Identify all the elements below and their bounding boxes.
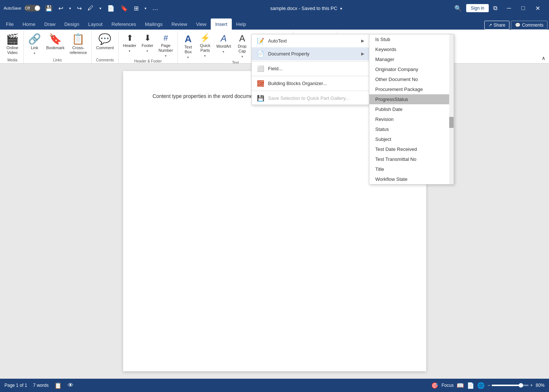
minimize-button[interactable]: ─ bbox=[502, 3, 516, 14]
tab-review[interactable]: Review bbox=[167, 18, 192, 30]
save-icon[interactable]: 💾 bbox=[44, 3, 54, 13]
redo-icon[interactable]: ↪ bbox=[75, 3, 83, 13]
footer-button[interactable]: ⬇ Footer ▾ bbox=[139, 33, 156, 54]
search-icon[interactable]: 🔍 bbox=[453, 3, 463, 13]
prop-procurement-package[interactable]: Procurement Package bbox=[369, 84, 454, 94]
comment-icon: 💬 bbox=[98, 34, 111, 44]
tab-help[interactable]: Help bbox=[232, 18, 251, 30]
redo-alt-icon[interactable]: 🖊 bbox=[86, 3, 95, 13]
options-icon[interactable]: ⊞ bbox=[132, 3, 140, 13]
page-number-button[interactable]: # PageNumber ▾ bbox=[156, 33, 175, 59]
zoom-minus[interactable]: − bbox=[488, 383, 490, 388]
zoom-track[interactable] bbox=[492, 385, 529, 386]
page-info: Page 1 of 1 bbox=[4, 383, 27, 388]
building-blocks-icon: 🧱 bbox=[257, 80, 264, 87]
prop-is-stub[interactable]: Is Stub bbox=[369, 34, 454, 44]
zoom-plus[interactable]: + bbox=[530, 383, 533, 388]
text-box-icon: A bbox=[185, 34, 192, 44]
focus-icon[interactable]: 🎯 bbox=[431, 382, 438, 389]
prop-status[interactable]: Status bbox=[369, 124, 454, 134]
prop-publish-date[interactable]: Publish Date bbox=[369, 104, 454, 114]
wordart-label: WordArt bbox=[216, 44, 231, 49]
prop-subject[interactable]: Subject bbox=[369, 134, 454, 144]
tab-file[interactable]: File bbox=[1, 18, 18, 30]
document-property-item[interactable]: 📄 Document Property ▶ bbox=[252, 47, 369, 60]
building-blocks-label: Building Blocks Organizer... bbox=[268, 81, 327, 86]
window-controls: ─ □ ✕ bbox=[502, 3, 545, 14]
quick-parts-button[interactable]: ⚡ QuickParts ▾ bbox=[197, 33, 213, 59]
footer-chevron: ▾ bbox=[146, 49, 148, 53]
prop-test-transmittal-no[interactable]: Test Transmittal No bbox=[369, 154, 454, 164]
document-property-label: Document Property bbox=[268, 51, 309, 57]
tab-insert[interactable]: Insert bbox=[211, 18, 232, 30]
tab-draw[interactable]: Draw bbox=[40, 18, 60, 30]
doc-body-text: Content type properties in the word docu… bbox=[153, 93, 257, 99]
comments-label: Comments bbox=[522, 23, 543, 28]
online-video-button[interactable]: 🎬 OnlineVideo bbox=[4, 33, 21, 57]
autotext-arrow: ▶ bbox=[361, 38, 364, 43]
prop-workflow-state[interactable]: Workflow State bbox=[369, 174, 454, 184]
restore-icon[interactable]: ⧉ bbox=[492, 3, 499, 13]
undo-dropdown-icon[interactable]: ▾ bbox=[68, 5, 72, 12]
comment-button[interactable]: 💬 Comment bbox=[94, 33, 116, 52]
zoom-fill bbox=[492, 385, 519, 386]
building-blocks-item[interactable]: 🧱 Building Blocks Organizer... bbox=[252, 77, 369, 90]
text-box-button[interactable]: A TextBox ▾ bbox=[180, 33, 196, 61]
status-bar: Page 1 of 1 7 words 📋 👁 🎯 Focus 📖 📄 🌐 − … bbox=[0, 379, 549, 392]
prop-revision[interactable]: Revision bbox=[369, 114, 454, 124]
tab-mailings[interactable]: Mailings bbox=[140, 18, 167, 30]
status-bar-right: 🎯 Focus 📖 📄 🌐 − + 80% bbox=[431, 382, 545, 389]
title-chevron[interactable]: ▾ bbox=[340, 6, 342, 11]
wordart-button[interactable]: A WordArt ▾ bbox=[214, 33, 233, 55]
maximize-button[interactable]: □ bbox=[516, 3, 530, 14]
autotext-item[interactable]: 📝 AutoText ▶ bbox=[252, 34, 369, 47]
bookmark-bar-icon[interactable]: 🔖 bbox=[119, 3, 129, 13]
prop-originator-company[interactable]: Originator Company bbox=[369, 64, 454, 74]
read-mode-icon[interactable]: 📖 bbox=[457, 382, 464, 389]
tab-design[interactable]: Design bbox=[60, 18, 84, 30]
cross-reference-button[interactable]: 📋 Cross-reference bbox=[68, 33, 89, 57]
prop-other-document-no[interactable]: Other Document No bbox=[369, 74, 454, 84]
tab-references[interactable]: References bbox=[107, 18, 140, 30]
prop-progress-status[interactable]: ProgressStatus bbox=[369, 94, 454, 104]
close-button[interactable]: ✕ bbox=[530, 3, 545, 14]
menu-separator-1 bbox=[252, 61, 369, 61]
link-button[interactable]: 🔗 Link ▾ bbox=[26, 33, 43, 57]
tab-view[interactable]: View bbox=[192, 18, 211, 30]
zoom-thumb[interactable] bbox=[519, 383, 523, 388]
autotext-label: AutoText bbox=[268, 38, 287, 44]
footer-label: Footer bbox=[142, 43, 153, 48]
accessibility-icon[interactable]: 👁 bbox=[68, 382, 74, 389]
autosave-label: AutoSave bbox=[4, 6, 21, 10]
tab-layout[interactable]: Layout bbox=[84, 18, 107, 30]
share-button[interactable]: ↗ Share bbox=[484, 21, 509, 30]
comments-button[interactable]: 💬 Comments bbox=[511, 21, 548, 30]
options-dropdown-icon[interactable]: ▾ bbox=[143, 5, 148, 12]
ribbon-tab-right: ↗ Share 💬 Comments bbox=[484, 21, 548, 30]
title-bar-center: sample.docx - Saved to this PC ▾ bbox=[160, 6, 453, 11]
more-icon[interactable]: … bbox=[151, 3, 160, 13]
prop-manager[interactable]: Manager bbox=[369, 54, 454, 64]
submenu-scrollbar[interactable] bbox=[449, 34, 454, 184]
tab-home[interactable]: Home bbox=[18, 18, 40, 30]
ribbon-tabs: File Home Draw Design Layout References … bbox=[0, 16, 549, 30]
print-layout-icon[interactable]: 📄 bbox=[467, 382, 474, 389]
autosave-toggle[interactable]: Off bbox=[24, 5, 41, 11]
zoom-percent: 80% bbox=[536, 383, 545, 388]
bookmark-button[interactable]: 🔖 Bookmark bbox=[44, 33, 67, 52]
drop-cap-button[interactable]: A DropCap ▾ bbox=[234, 33, 250, 60]
prop-keywords[interactable]: Keywords bbox=[369, 44, 454, 54]
redo-alt-dropdown[interactable]: ▾ bbox=[98, 5, 103, 12]
collapse-ribbon-button[interactable]: ∧ bbox=[540, 54, 547, 62]
zoom-slider[interactable]: − + bbox=[488, 383, 533, 388]
prop-title[interactable]: Title bbox=[369, 164, 454, 174]
doc-save-icon[interactable]: 📄 bbox=[106, 3, 116, 13]
header-button[interactable]: ⬆ Header ▾ bbox=[121, 33, 139, 54]
field-item[interactable]: ⬜ Field... bbox=[252, 62, 369, 75]
web-layout-icon[interactable]: 🌐 bbox=[477, 382, 485, 389]
text-box-chevron: ▾ bbox=[187, 55, 189, 59]
undo-icon[interactable]: ↩ bbox=[57, 3, 65, 13]
proofing-icon[interactable]: 📋 bbox=[54, 382, 62, 389]
sign-in-button[interactable]: Sign in bbox=[466, 4, 489, 12]
prop-test-date-received[interactable]: Test Date Received bbox=[369, 144, 454, 154]
